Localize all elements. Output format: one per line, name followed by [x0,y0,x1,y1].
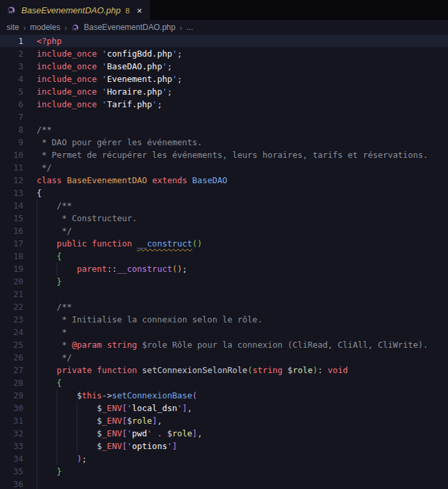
code-line[interactable]: 6include_once 'Tarif.php'; [0,98,448,111]
code-line[interactable]: 12class BaseEvenementDAO extends BaseDAO [0,174,448,187]
line-number[interactable]: 17 [0,237,37,250]
line-number[interactable]: 3 [0,60,37,73]
code-line[interactable]: 17 public function __construct() [0,237,448,250]
code-line[interactable]: 14 /** [0,199,448,212]
line-number[interactable]: 4 [0,73,37,85]
code-line[interactable]: 30 $_ENV['local_dsn'], [0,402,448,414]
line-number[interactable]: 12 [0,174,37,187]
indent-guide [57,389,57,402]
code-token: configBdd.php [107,49,172,59]
tab-close-icon[interactable]: ✕ [137,5,142,15]
line-number[interactable]: 2 [0,47,37,60]
line-number[interactable]: 8 [0,123,37,136]
indent-guide [37,300,37,313]
code-line[interactable]: 20 } [0,275,448,288]
code-token [147,175,153,185]
code-line[interactable]: 5include_once 'Horaire.php'; [0,85,448,98]
line-number[interactable]: 24 [0,326,37,338]
line-number[interactable]: 10 [0,149,37,161]
breadcrumb-item-file[interactable]: BaseEvenementDAO.php [84,23,175,32]
code-line[interactable]: 1<?php [0,35,448,47]
code-token [37,416,97,426]
code-token: $ [97,441,102,451]
code-line[interactable]: 25 * @param string $role Rôle pour la co… [0,338,448,351]
line-number[interactable]: 27 [0,364,37,376]
indent-guide [57,452,57,465]
code-token: Tarif.php [107,99,152,109]
line-number[interactable]: 25 [0,338,37,351]
line-number[interactable]: 18 [0,250,37,262]
code-line[interactable]: 4include_once 'Evenement.php'; [0,73,448,85]
line-number[interactable]: 1 [0,35,37,47]
code-line[interactable]: 34 ); [0,452,448,465]
code-line[interactable]: 36 [0,478,448,489]
code-token: class [37,175,62,185]
line-number[interactable]: 33 [0,440,37,452]
breadcrumb-item-symbol[interactable]: ... [187,23,193,32]
code-line[interactable]: 28 { [0,376,448,389]
code-line[interactable]: 29 $this->setConnexionBase( [0,389,448,402]
line-number[interactable]: 9 [0,136,37,149]
code-line[interactable]: 35 } [0,465,448,478]
code-line[interactable]: 24 * [0,326,448,338]
code-line[interactable]: 26 */ [0,351,448,364]
code-content: $_ENV['local_dsn'], [37,402,448,414]
indent-guide [37,351,37,364]
code-token: ; [157,99,163,109]
line-number[interactable]: 30 [0,402,37,414]
line-number[interactable]: 11 [0,161,37,174]
code-token: BaseDAO [192,175,227,185]
code-line[interactable]: 9 * DAO pour gérer les événements. [0,136,448,149]
code-token: this [82,390,102,400]
code-line[interactable]: 7 [0,111,448,123]
line-number[interactable]: 35 [0,465,37,478]
line-number[interactable]: 5 [0,85,37,98]
line-number[interactable]: 26 [0,351,37,364]
code-line[interactable]: 11 */ [0,161,448,174]
line-number[interactable]: 21 [0,288,37,300]
line-number[interactable]: 15 [0,212,37,225]
code-line[interactable]: 13{ [0,187,448,199]
line-number[interactable]: 19 [0,262,37,275]
line-number[interactable]: 23 [0,313,37,326]
line-number[interactable]: 16 [0,225,37,237]
code-line[interactable]: 19 parent::__construct(); [0,262,448,275]
code-token: /** [37,125,52,135]
code-line[interactable]: 2include_once 'configBdd.php'; [0,47,448,60]
code-line[interactable]: 31 $_ENV[$role], [0,414,448,427]
code-token: _ENV [102,428,122,438]
code-line[interactable]: 23 * Initialise la connexion selon le rô… [0,313,448,326]
code-token [37,466,57,476]
code-line[interactable]: 8/** [0,123,448,136]
code-line[interactable]: 32 $_ENV['pwd' . $role], [0,427,448,440]
code-token [37,276,57,286]
line-number[interactable]: 36 [0,478,37,489]
line-number[interactable]: 20 [0,275,37,288]
code-line[interactable]: 18 { [0,250,448,262]
code-token: , [187,403,193,413]
code-token: role [172,428,192,438]
line-number[interactable]: 32 [0,427,37,440]
code-line[interactable]: 22 /** [0,300,448,313]
editor-code[interactable]: 1<?php2include_once 'configBdd.php';3inc… [0,35,448,489]
line-number[interactable]: 29 [0,389,37,402]
line-number[interactable]: 13 [0,187,37,199]
code-line[interactable]: 21 [0,288,448,300]
breadcrumb-item-site[interactable]: site [7,23,19,32]
line-number[interactable]: 34 [0,452,37,465]
breadcrumb-item-modeles[interactable]: modeles [30,23,60,32]
tab-base-evenement-dao[interactable]: BaseEvenementDAO.php 8 ✕ [0,0,150,20]
line-number[interactable]: 14 [0,199,37,212]
code-line[interactable]: 33 $_ENV['options'] [0,440,448,452]
line-number[interactable]: 7 [0,111,37,123]
code-line[interactable]: 10 * Permet de récupérer les événements,… [0,149,448,161]
line-number[interactable]: 28 [0,376,37,389]
line-number[interactable]: 31 [0,414,37,427]
code-line[interactable]: 27 private function setConnexionSelonRol… [0,364,448,376]
code-content: include_once 'configBdd.php'; [37,47,448,60]
line-number[interactable]: 6 [0,98,37,111]
code-line[interactable]: 15 * Constructeur. [0,212,448,225]
line-number[interactable]: 22 [0,300,37,313]
code-line[interactable]: 16 */ [0,225,448,237]
code-line[interactable]: 3include_once 'BaseDAO.php'; [0,60,448,73]
